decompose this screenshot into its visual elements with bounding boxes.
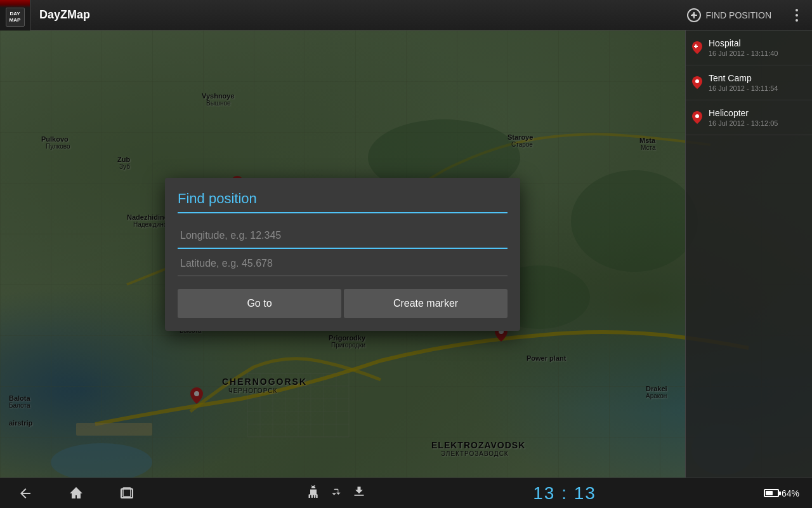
back-button[interactable] xyxy=(13,481,38,506)
helicopter-item-info: Helicopter 16 Jul 2012 - 13:12:05 xyxy=(709,108,778,127)
tent-camp-item-info: Tent Camp 16 Jul 2012 - 13:11:54 xyxy=(709,73,778,92)
hospital-name: Hospital xyxy=(709,38,778,48)
hospital-item-info: Hospital 16 Jul 2012 - 13:11:40 xyxy=(709,38,778,57)
tent-camp-name: Tent Camp xyxy=(709,73,778,83)
tent-camp-marker-icon xyxy=(692,76,702,89)
app-logo: DAYMAP xyxy=(0,0,30,30)
app-title: DayZMap xyxy=(39,8,677,22)
svg-rect-22 xyxy=(694,46,698,47)
dialog-buttons: Go to Create marker xyxy=(178,289,508,318)
app-logo-text: DAYMAP xyxy=(6,8,25,27)
battery-display: 64% xyxy=(764,488,799,498)
sidebar-item-hospital[interactable]: Hospital 16 Jul 2012 - 13:11:40 xyxy=(686,30,812,65)
usb-icon xyxy=(330,485,343,501)
battery-icon xyxy=(764,489,779,497)
bottom-bar: 13 : 13 64% xyxy=(0,478,812,508)
dialog-title: Find position xyxy=(178,190,508,213)
menu-button[interactable] xyxy=(782,0,812,30)
locate-icon xyxy=(687,8,701,22)
download-icon xyxy=(353,485,365,501)
find-position-label: FIND POSITION xyxy=(706,10,771,20)
hospital-time: 16 Jul 2012 - 13:11:40 xyxy=(709,50,778,57)
longitude-input[interactable] xyxy=(178,224,508,249)
battery-fill xyxy=(766,491,773,495)
time-display: 13 : 13 xyxy=(533,483,596,504)
android-icon xyxy=(307,485,320,501)
hospital-marker-icon xyxy=(692,41,702,54)
home-button[interactable] xyxy=(63,481,89,506)
recents-button[interactable] xyxy=(114,481,140,506)
find-position-button[interactable]: FIND POSITION xyxy=(677,8,782,22)
menu-dot-1 xyxy=(796,9,798,11)
create-marker-button[interactable]: Create marker xyxy=(344,289,508,318)
dialog-overlay: Find position Go to Create marker xyxy=(0,30,685,478)
tent-camp-time: 16 Jul 2012 - 13:11:54 xyxy=(709,84,778,92)
top-bar: DAYMAP DayZMap FIND POSITION xyxy=(0,0,812,30)
helicopter-marker-icon xyxy=(692,111,702,124)
menu-dot-3 xyxy=(796,19,798,22)
helicopter-time: 16 Jul 2012 - 13:12:05 xyxy=(709,119,778,127)
find-position-dialog: Find position Go to Create marker xyxy=(165,178,520,331)
battery-percent: 64% xyxy=(782,488,799,498)
latitude-input[interactable] xyxy=(178,251,508,276)
menu-dot-2 xyxy=(796,14,798,17)
goto-button[interactable]: Go to xyxy=(178,289,341,318)
right-sidebar: Hospital 16 Jul 2012 - 13:11:40 Tent Cam… xyxy=(685,30,812,478)
svg-point-24 xyxy=(695,114,699,118)
sidebar-item-tent-camp[interactable]: Tent Camp 16 Jul 2012 - 13:11:54 xyxy=(686,65,812,100)
svg-point-23 xyxy=(695,79,699,83)
sidebar-item-helicopter[interactable]: Helicopter 16 Jul 2012 - 13:12:05 xyxy=(686,100,812,135)
helicopter-name: Helicopter xyxy=(709,108,778,118)
status-icons xyxy=(307,485,365,501)
nav-buttons xyxy=(13,481,140,506)
